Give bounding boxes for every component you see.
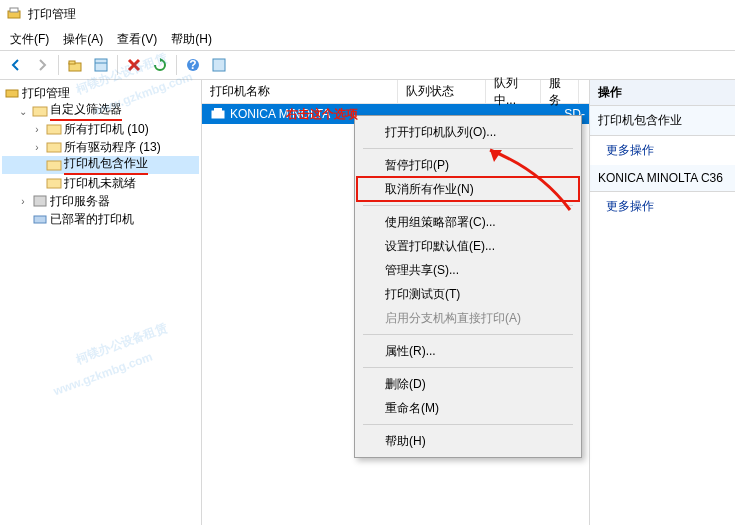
filter-icon [46, 175, 62, 191]
annotation-text: 右击这个选项 [286, 106, 358, 123]
menubar: 文件(F) 操作(A) 查看(V) 帮助(H) [0, 28, 735, 50]
tree-custom-filters[interactable]: ⌄ 自定义筛选器 [2, 102, 199, 120]
print-mgmt-icon [4, 85, 20, 101]
actions-pane: 操作 打印机包含作业 更多操作 KONICA MINOLTA C36 更多操作 [590, 80, 735, 525]
menu-help[interactable]: 帮助(H) [165, 29, 218, 50]
window-title: 打印管理 [28, 6, 76, 23]
forward-button[interactable] [30, 53, 54, 77]
svg-rect-14 [47, 179, 61, 188]
actions-group2: KONICA MINOLTA C36 [590, 165, 735, 192]
help-button[interactable]: ? [181, 53, 205, 77]
refresh-button[interactable] [148, 53, 172, 77]
actions-more1[interactable]: 更多操作 [590, 136, 735, 165]
tree-root[interactable]: 打印管理 [2, 84, 199, 102]
menu-view[interactable]: 查看(V) [111, 29, 163, 50]
svg-text:?: ? [189, 58, 196, 72]
deployed-icon [32, 211, 48, 227]
tree-servers[interactable]: › 打印服务器 [2, 192, 199, 210]
ctx-properties[interactable]: 属性(R)... [357, 339, 579, 363]
menu-action[interactable]: 操作(A) [57, 29, 109, 50]
server-icon [32, 193, 48, 209]
svg-rect-12 [47, 143, 61, 152]
ctx-defaults[interactable]: 设置打印默认值(E)... [357, 234, 579, 258]
twisty-icon[interactable]: ⌄ [16, 104, 30, 118]
filter-icon [46, 121, 62, 137]
svg-rect-4 [95, 59, 107, 71]
svg-rect-18 [214, 108, 222, 112]
actions-head: 操作 [590, 80, 735, 106]
toolbar: ? [0, 50, 735, 80]
ctx-help[interactable]: 帮助(H) [357, 429, 579, 453]
col-printer-name[interactable]: 打印机名称 [202, 80, 398, 103]
col-server[interactable]: 服务 [541, 80, 579, 103]
view-button[interactable] [89, 53, 113, 77]
ctx-share[interactable]: 管理共享(S)... [357, 258, 579, 282]
tree-printers-with-jobs[interactable]: 打印机包含作业 [2, 156, 199, 174]
col-in-queue[interactable]: 队列中... [486, 80, 541, 103]
ctx-test-page[interactable]: 打印测试页(T) [357, 282, 579, 306]
extra-button[interactable] [207, 53, 231, 77]
menu-file[interactable]: 文件(F) [4, 29, 55, 50]
tree-not-ready[interactable]: 打印机未就绪 [2, 174, 199, 192]
actions-more2[interactable]: 更多操作 [590, 192, 735, 221]
svg-rect-1 [10, 8, 18, 12]
list-header: 打印机名称 队列状态 队列中... 服务 [202, 80, 589, 104]
up-button[interactable] [63, 53, 87, 77]
svg-rect-3 [69, 61, 75, 64]
annotation-arrow [480, 140, 580, 220]
svg-rect-15 [34, 196, 46, 206]
tree-all-printers[interactable]: › 所有打印机 (10) [2, 120, 199, 138]
col-queue-state[interactable]: 队列状态 [398, 80, 486, 103]
ctx-rename[interactable]: 重命名(M) [357, 396, 579, 420]
svg-rect-13 [47, 161, 61, 170]
tree-all-drivers[interactable]: › 所有驱动程序 (13) [2, 138, 199, 156]
delete-button[interactable] [122, 53, 146, 77]
svg-rect-16 [34, 216, 46, 223]
back-button[interactable] [4, 53, 28, 77]
svg-rect-10 [33, 107, 47, 116]
filter-icon [46, 139, 62, 155]
tree-pane: 打印管理 ⌄ 自定义筛选器 › 所有打印机 (10) › 所有驱动程序 (13)… [0, 80, 202, 525]
app-icon [6, 6, 22, 22]
filter-icon [46, 157, 62, 173]
ctx-branch: 启用分支机构直接打印(A) [357, 306, 579, 330]
tree-deployed[interactable]: 已部署的打印机 [2, 210, 199, 228]
printer-icon [210, 106, 226, 122]
svg-rect-17 [212, 111, 224, 118]
svg-rect-9 [6, 90, 18, 97]
svg-rect-11 [47, 125, 61, 134]
folder-icon [32, 103, 48, 119]
actions-group1: 打印机包含作业 [590, 106, 735, 136]
ctx-delete[interactable]: 删除(D) [357, 372, 579, 396]
svg-rect-8 [213, 59, 225, 71]
